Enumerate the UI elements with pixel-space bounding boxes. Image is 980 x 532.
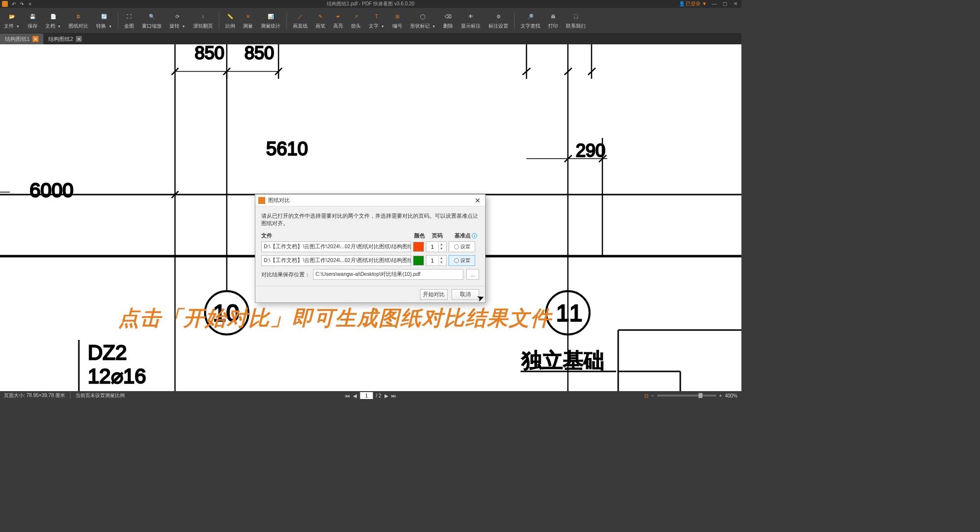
toolbar-label: 打印 xyxy=(548,23,558,30)
toolbar-search[interactable]: 🔎文字查找 xyxy=(517,8,544,33)
page-last-icon[interactable]: ⏭ xyxy=(391,393,396,399)
toolbar-measure-stats[interactable]: 📊测量统计 xyxy=(257,8,284,33)
toolbar-convert[interactable]: 🔄转换 ▼ xyxy=(92,8,116,33)
rotate-icon: ⟳ xyxy=(173,12,182,22)
toolbar-folder-open[interactable]: 📂文件 ▼ xyxy=(0,8,24,33)
toolbar-fit[interactable]: ⛶全图 xyxy=(120,8,138,33)
toolbar-zoom-window[interactable]: 🔍窗口缩放 xyxy=(138,8,166,33)
page-total-label: / 2 xyxy=(376,393,381,399)
toolbar-label: 测量统计 xyxy=(261,23,280,30)
toolbar-label: 编号 xyxy=(392,23,402,30)
zoom-fit-icon[interactable]: ⊡ xyxy=(644,393,648,399)
zoom-out-icon[interactable]: − xyxy=(651,393,654,399)
tab-结构图纸2[interactable]: 结构图纸2✕ xyxy=(43,33,87,44)
document-icon: 📄 xyxy=(48,12,58,22)
toolbar-print[interactable]: 🖶打印 xyxy=(544,8,562,33)
measure-stats-icon: 📊 xyxy=(266,12,276,22)
folder-open-icon: 📂 xyxy=(7,12,17,22)
pen-icon: ✎ xyxy=(315,12,325,22)
toolbar-measure[interactable]: ✕测量 xyxy=(239,8,257,33)
toolbar-pen[interactable]: ✎画笔 xyxy=(312,8,329,33)
text-icon: T xyxy=(372,12,382,22)
save-path-field[interactable]: C:\Users\wangw-ai\Desktop\对比结果(10).pdf xyxy=(313,269,463,280)
contact-icon: 🎧 xyxy=(571,12,581,22)
page-prev-icon[interactable]: ◀ xyxy=(353,393,357,399)
close-icon[interactable]: ✕ xyxy=(734,1,739,7)
browse-button[interactable]: ... xyxy=(466,269,479,280)
toolbar-label: 高亮 xyxy=(333,23,343,30)
file1-color-swatch[interactable] xyxy=(413,242,424,252)
drawing-canvas[interactable]: 850 850 6000 5610 290 xyxy=(0,44,741,391)
toolbar-label: 联系我们 xyxy=(566,23,586,30)
file2-color-swatch[interactable] xyxy=(413,256,424,266)
file2-refpoint-button[interactable]: 设置 xyxy=(449,255,475,266)
toolbar-label: 文字 ▼ xyxy=(369,23,385,30)
fit-icon: ⛶ xyxy=(124,12,134,22)
toolbar-label: 删除 xyxy=(443,23,453,30)
file2-dropdown[interactable]: D:\【工作文档】\云图工作\2024\...02月\图纸对比图纸\结构图纸1.… xyxy=(261,255,411,266)
file1-page-spinner[interactable]: ▲▼ xyxy=(426,241,447,252)
user-status[interactable]: 👤 已登录 ▼ xyxy=(679,0,707,7)
toolbar-compare[interactable]: 🗎图纸对比 xyxy=(65,8,92,33)
file1-dropdown[interactable]: D:\【工作文档】\云图工作\2024\...02月\图纸对比图纸\结构图纸2.… xyxy=(261,241,411,252)
toolbar-show-annot[interactable]: 👁显示标注 xyxy=(457,8,485,33)
bubble-11: 11 xyxy=(556,300,582,326)
app-icon xyxy=(2,1,8,7)
tab-close-icon[interactable]: ✕ xyxy=(76,36,82,42)
page-next-icon[interactable]: ▶ xyxy=(385,393,388,399)
zoom-percent-label[interactable]: 400% xyxy=(725,393,737,399)
toolbar-label: 文档 ▼ xyxy=(45,23,61,30)
show-annot-icon: 👁 xyxy=(466,12,476,22)
tab-结构图纸1[interactable]: 结构图纸1✕ xyxy=(0,33,43,44)
scroll-icon: ↕ xyxy=(198,12,208,22)
maximize-icon[interactable]: ▢ xyxy=(723,1,729,7)
page-size-label: 页面大小: 78.95×39.78 厘米 xyxy=(4,392,65,399)
toolbar-label: 窗口缩放 xyxy=(142,23,162,30)
dialog-close-button[interactable]: ✕ xyxy=(473,196,482,205)
toolbar-document[interactable]: 📄文档 ▼ xyxy=(41,8,65,33)
dim-290: 290 xyxy=(576,140,605,161)
print-icon: 🖶 xyxy=(548,12,558,22)
scale-status-label: 当前页未设置测量比例 xyxy=(75,392,125,399)
toolbar-label: 图纸对比 xyxy=(69,23,88,30)
zoom-slider[interactable] xyxy=(657,395,716,397)
undo-icon[interactable]: ↶ xyxy=(12,1,16,7)
file2-page-spinner[interactable]: ▲▼ xyxy=(426,255,447,266)
file1-refpoint-button[interactable]: 设置 xyxy=(449,241,475,252)
toolbar-label: 测量 xyxy=(243,23,253,30)
start-compare-button[interactable]: 开始对比 xyxy=(420,289,448,300)
page-current-input[interactable] xyxy=(360,392,373,399)
save-location-label: 对比结果保存位置： xyxy=(261,271,310,278)
toolbar-contact[interactable]: 🎧联系我们 xyxy=(562,8,590,33)
minimize-icon[interactable]: — xyxy=(712,1,718,7)
toolbar-label: 画笔 xyxy=(315,23,325,30)
zoom-in-icon[interactable]: + xyxy=(719,393,722,399)
page-first-icon[interactable]: ⏮ xyxy=(345,393,350,399)
dim-850-a: 850 xyxy=(195,44,224,63)
toolbar-annot-settings[interactable]: ⚙标注设置 xyxy=(485,8,512,33)
toolbar-ruler[interactable]: 📏比例 xyxy=(221,8,239,33)
toolbar-shape[interactable]: ◯形状标记 ▼ xyxy=(406,8,440,33)
toolbar-rotate[interactable]: ⟳旋转 ▼ xyxy=(166,8,189,33)
toolbar-arrow[interactable]: ↗箭头 xyxy=(347,8,365,33)
eraser-icon: ⌫ xyxy=(443,12,453,22)
toolbar-highlight[interactable]: ✒高亮 xyxy=(329,8,347,33)
toolbar-number[interactable]: ⊞编号 xyxy=(388,8,406,33)
header-color: 颜色 xyxy=(414,232,432,239)
window-title: 结构图纸1.pdf - PDF 快速看图 v3.6.0.20 xyxy=(327,0,415,7)
tab-close-icon[interactable]: ✕ xyxy=(33,36,38,42)
info-icon[interactable]: i xyxy=(472,233,477,238)
toolbar-text[interactable]: T文字 ▼ xyxy=(365,8,388,33)
toolbar-save[interactable]: 💾保存 xyxy=(24,8,41,33)
annot-settings-icon: ⚙ xyxy=(493,12,503,22)
dim-850-b: 850 xyxy=(245,44,274,63)
instruction-annotation: 点击「开始对比」即可生成图纸对比结果文件 xyxy=(118,304,552,332)
header-refpoint: 基准点i xyxy=(455,232,478,239)
toolbar-label: 显示标注 xyxy=(461,23,481,30)
redo-icon[interactable]: ↷ xyxy=(20,1,24,7)
toolbar-line[interactable]: ／画直线 xyxy=(289,8,312,33)
toolbar-scroll[interactable]: ↕滚轮翻页 xyxy=(189,8,217,33)
toolbar-eraser[interactable]: ⌫删除 xyxy=(439,8,457,33)
toolbar-label: 文字查找 xyxy=(521,23,540,30)
dim-6000: 6000 xyxy=(30,179,73,201)
